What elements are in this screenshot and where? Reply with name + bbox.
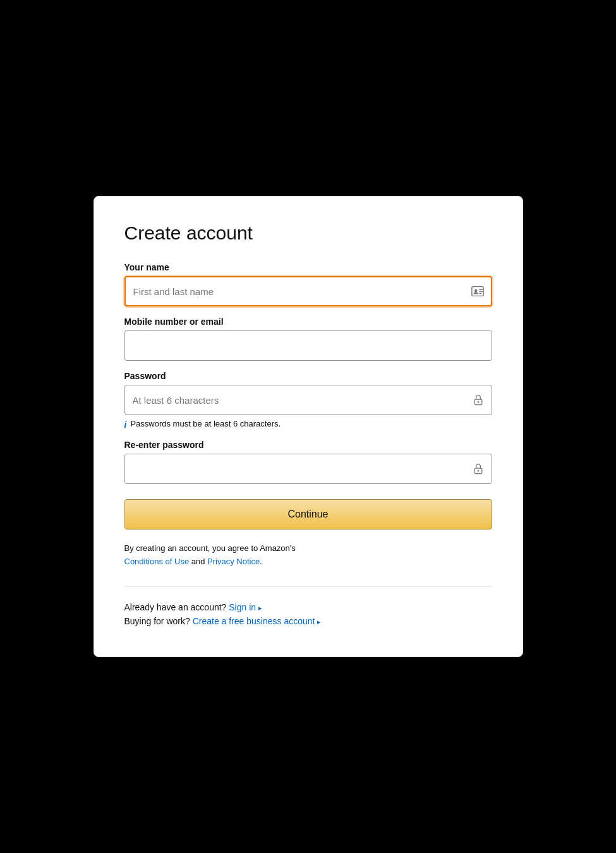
signin-link[interactable]: Sign in ▸ bbox=[229, 602, 262, 612]
reenter-password-field-group: Re-enter password bbox=[124, 440, 492, 484]
signin-row: Already have an account? Sign in ▸ bbox=[124, 602, 492, 612]
terms-conjunction: and bbox=[189, 557, 207, 566]
password-field-group: Password i Passwords must be at least 6 … bbox=[124, 371, 492, 430]
conditions-of-use-link[interactable]: Conditions of Use bbox=[124, 557, 190, 566]
business-arrow: ▸ bbox=[317, 618, 321, 626]
password-input-wrapper bbox=[124, 385, 492, 415]
reenter-password-label: Re-enter password bbox=[124, 440, 492, 450]
email-input[interactable] bbox=[124, 330, 492, 361]
create-account-card: Create account Your name Mobile number o… bbox=[94, 196, 523, 657]
business-prefix: Buying for work? bbox=[124, 616, 190, 626]
terms-suffix: . bbox=[260, 557, 262, 566]
email-field-group: Mobile number or email bbox=[124, 317, 492, 361]
reenter-password-input[interactable] bbox=[124, 454, 492, 484]
business-row: Buying for work? Create a free business … bbox=[124, 616, 492, 626]
password-label: Password bbox=[124, 371, 492, 381]
signin-arrow: ▸ bbox=[258, 604, 262, 612]
terms-text: By creating an account, you agree to Ama… bbox=[124, 542, 492, 569]
password-input[interactable] bbox=[124, 385, 492, 415]
info-icon: i bbox=[124, 420, 127, 430]
password-hint-text: Passwords must be at least 6 characters. bbox=[130, 419, 281, 428]
name-input-wrapper bbox=[124, 276, 492, 306]
terms-prefix: By creating an account, you agree to Ama… bbox=[124, 543, 296, 553]
name-field-group: Your name bbox=[124, 262, 492, 306]
name-label: Your name bbox=[124, 262, 492, 272]
name-input[interactable] bbox=[124, 276, 492, 306]
email-label: Mobile number or email bbox=[124, 317, 492, 327]
reenter-password-input-wrapper bbox=[124, 454, 492, 484]
continue-button[interactable]: Continue bbox=[124, 499, 492, 529]
privacy-notice-link[interactable]: Privacy Notice bbox=[207, 557, 260, 566]
business-account-link[interactable]: Create a free business account ▸ bbox=[193, 616, 322, 626]
footer-links: Already have an account? Sign in ▸ Buyin… bbox=[124, 602, 492, 626]
password-hint: i Passwords must be at least 6 character… bbox=[124, 419, 492, 430]
signin-link-text: Sign in bbox=[229, 602, 256, 612]
section-divider bbox=[124, 586, 492, 587]
page-title: Create account bbox=[124, 222, 492, 245]
business-link-text: Create a free business account bbox=[193, 616, 315, 626]
email-input-wrapper bbox=[124, 330, 492, 361]
signin-prefix: Already have an account? bbox=[124, 602, 227, 612]
